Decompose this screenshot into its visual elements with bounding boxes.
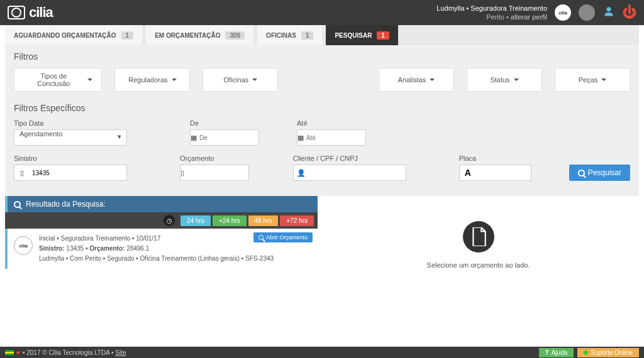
sinistro-input[interactable] <box>30 165 126 180</box>
placa-input[interactable] <box>460 165 586 180</box>
group-orcamento: Orçamento ▯ <box>180 155 274 181</box>
calendar-icon: ▦ <box>297 130 304 145</box>
avatar-icon[interactable] <box>579 4 595 21</box>
tab-count: 1 <box>301 31 314 40</box>
time-24p[interactable]: +24 hrs <box>213 215 247 226</box>
group-tipo-data: Tipo Data Agendamento <box>14 119 171 146</box>
tab-oficinas[interactable]: OFICINAS1 <box>257 25 326 45</box>
tab-label: EM ORÇAMENTAÇÃO <box>155 32 220 39</box>
filter-status[interactable]: Status <box>467 68 542 92</box>
time-72[interactable]: +72 hrs <box>280 215 314 226</box>
filter-label: Reguladoras <box>128 76 167 84</box>
filter-reguladoras[interactable]: Reguladoras <box>114 68 190 92</box>
tab-count: 1 <box>377 31 389 40</box>
result-line1: Inicial • Seguradora Treinamento • 10/01… <box>39 234 274 244</box>
filter-analistas[interactable]: Analistas <box>379 68 454 92</box>
placa-label: Placa <box>459 155 531 162</box>
time-48[interactable]: 48 hrs <box>248 215 279 226</box>
cilia-badge-icon[interactable]: cilia <box>555 4 571 21</box>
tab-em-orcamentacao[interactable]: EM ORÇAMENTAÇÃO309 <box>146 25 257 45</box>
cliente-label: Cliente / CPF / CNPJ <box>293 155 440 162</box>
user-role: Perito <box>486 13 504 21</box>
cliente-input[interactable] <box>309 165 406 180</box>
ate-input[interactable] <box>304 130 389 145</box>
change-profile-link[interactable]: alterar perfil <box>511 13 547 21</box>
open-btn-label: Abrir Orçamento <box>266 234 308 241</box>
form-row-dates: Tipo Data Agendamento De ▦ Até ▦ <box>14 119 630 146</box>
footer-right: ? Ajuda Suporte Online <box>539 348 639 357</box>
open-budget-button[interactable]: Abrir Orçamento <box>253 232 313 242</box>
sinistro-label: Sinistro <box>14 155 161 162</box>
results-right: Selecione um orçamento ao lado. <box>318 196 639 269</box>
user-info: Ludmylla • Seguradora Treinamento Perito… <box>436 4 547 22</box>
support-button[interactable]: Suporte Online <box>577 348 639 357</box>
tab-count: 1 <box>121 31 134 40</box>
result-line3: Ludmylla • Com Perito • Segurado • Ofici… <box>39 254 274 264</box>
ate-label: Até <box>297 119 366 127</box>
caret-icon <box>252 79 257 81</box>
clock-icon: ◷ <box>164 215 175 226</box>
user-icon[interactable] <box>602 5 615 21</box>
filter-pecas[interactable]: Peças <box>555 68 630 92</box>
sin-label: Sinistro: <box>39 245 65 252</box>
content: Filtros Tipos de Conclusão Reguladoras O… <box>5 45 639 196</box>
search-icon <box>14 201 21 208</box>
help-button[interactable]: ? Ajuda <box>539 348 574 357</box>
footer-text: • 2017 © Cilia Tecnologia LTDA • Site <box>23 349 126 356</box>
search-button[interactable]: Pesquisar <box>569 165 630 181</box>
result-badge-icon: cilia <box>14 236 33 255</box>
caret-icon <box>430 79 435 81</box>
orcamento-input-group: ▯ <box>180 165 249 181</box>
search-icon <box>578 170 585 176</box>
search-button-label: Pesquisar <box>588 168 621 177</box>
filter-tipos[interactable]: Tipos de Conclusão <box>14 68 102 92</box>
filter-row-1: Tipos de Conclusão Reguladoras Oficinas … <box>14 68 630 92</box>
tipo-data-label: Tipo Data <box>14 119 171 127</box>
sin-val: 13435 <box>66 245 84 252</box>
support-label: Suporte Online <box>591 349 633 356</box>
caret-icon <box>87 79 92 81</box>
power-icon[interactable]: ⏻ <box>623 4 636 21</box>
caret-icon <box>514 79 519 81</box>
tab-count: 309 <box>225 31 245 40</box>
sinistro-input-group: ▯ <box>14 165 127 181</box>
result-item[interactable]: cilia Inicial • Seguradora Treinamento •… <box>5 229 318 269</box>
person-icon: 👤 <box>294 165 309 180</box>
filter-label: Status <box>490 76 509 84</box>
logo: cilia <box>8 4 53 21</box>
time-bar: ◷ 24 hrs +24 hrs 48 hrs +72 hrs <box>5 212 318 229</box>
filter-label: Oficinas <box>224 76 249 84</box>
results-area: Resultado da Pesquisa: ◷ 24 hrs +24 hrs … <box>5 196 639 269</box>
orc-label: Orçamento: <box>89 245 125 252</box>
tab-pesquisar[interactable]: PESQUISAR1 <box>326 25 401 45</box>
main-tabs: AGUARDANDO ORÇAMENTAÇÃO1 EM ORÇAMENTAÇÃO… <box>5 25 639 45</box>
form-row-search: Sinistro ▯ Orçamento ▯ Cliente / CPF / C… <box>14 155 630 181</box>
tab-label: PESQUISAR <box>335 32 372 39</box>
logo-icon <box>8 6 25 19</box>
orcamento-input[interactable] <box>184 165 269 180</box>
user-name: Ludmylla <box>436 4 464 12</box>
header-right: Ludmylla • Seguradora Treinamento Perito… <box>436 4 636 22</box>
results-title: Resultado da Pesquisa: <box>26 200 106 209</box>
site-link[interactable]: Site <box>115 349 126 356</box>
caret-icon <box>601 79 606 81</box>
caret-icon <box>172 79 177 81</box>
tab-aguardando[interactable]: AGUARDANDO ORÇAMENTAÇÃO1 <box>5 25 146 45</box>
filter-oficinas[interactable]: Oficinas <box>203 68 278 92</box>
specific-filters-title: Filtros Específicos <box>14 103 630 113</box>
group-de: De ▦ <box>190 119 259 146</box>
calendar-icon: ▦ <box>191 130 197 145</box>
group-ate: Até ▦ <box>297 119 366 146</box>
heart-icon: ♥ <box>16 349 20 356</box>
status-dot-icon <box>584 350 588 355</box>
filter-label: Peças <box>579 76 598 84</box>
svg-point-0 <box>607 7 611 11</box>
footer: ♥ • 2017 © Cilia Tecnologia LTDA • Site … <box>0 347 644 358</box>
orcamento-label: Orçamento <box>180 155 274 162</box>
de-input[interactable] <box>197 130 282 145</box>
document-icon <box>463 221 494 252</box>
group-sinistro: Sinistro ▯ <box>14 155 161 181</box>
time-24[interactable]: 24 hrs <box>180 215 211 226</box>
tipo-data-select[interactable]: Agendamento <box>14 129 127 146</box>
app-header: cilia Ludmylla • Seguradora Treinamento … <box>0 0 644 25</box>
